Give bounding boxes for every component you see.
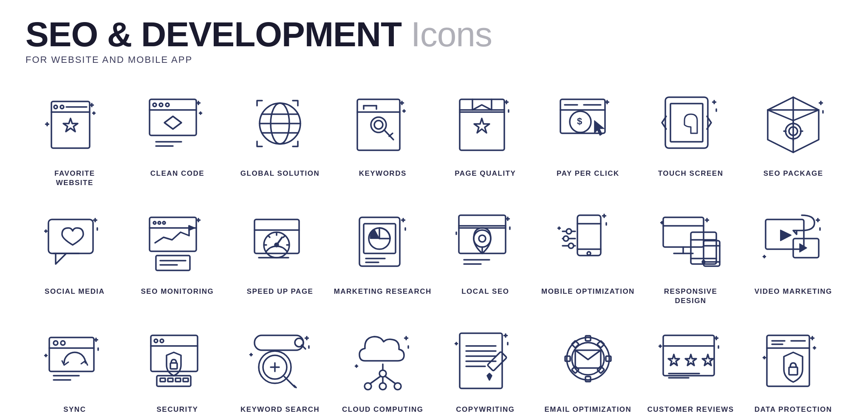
icon-cell-marketing-research: MARKETING RESEARCH: [334, 200, 432, 306]
svg-rect-90: [156, 256, 190, 270]
pay-per-click-label: PAY PER CLICK: [557, 169, 619, 178]
svg-rect-59: [670, 104, 703, 142]
keyword-search-label: KEYWORD SEARCH: [240, 405, 319, 414]
social-media-icon: [34, 200, 115, 281]
keywords-label: KEYWORDS: [359, 169, 407, 178]
clean-code-label: CLEAN CODE: [150, 169, 204, 178]
seo-package-label: SEO PACKAGE: [763, 169, 823, 178]
social-media-label: SOCIAL MEDIA: [45, 287, 105, 296]
svg-marker-243: [702, 354, 713, 365]
svg-point-136: [563, 236, 568, 241]
customer-reviews-label: CUSTOMER REVIEWS: [647, 405, 734, 414]
svg-point-14: [153, 103, 156, 107]
icon-cell-speed-up-page: SPEED UP PAGE: [231, 200, 329, 306]
icon-cell-mobile-optimization: MOBILE OPTIMIZATION: [539, 200, 637, 306]
svg-line-207: [370, 376, 381, 384]
icon-cell-security: SECURITY: [128, 318, 227, 414]
svg-marker-222: [487, 374, 492, 380]
sync-label: SYNC: [63, 405, 86, 414]
svg-point-87: [163, 222, 165, 224]
icon-cell-video-marketing: VIDEO MARKETING: [744, 200, 843, 306]
touch-screen-icon: [650, 82, 731, 163]
icons-grid: FAVORITEWEBSITE CLEAN CODE: [25, 82, 843, 414]
svg-rect-167: [49, 337, 94, 371]
seo-package-icon: [753, 82, 834, 163]
svg-point-131: [587, 252, 591, 255]
svg-point-85: [153, 222, 156, 224]
email-optimization-icon: [548, 318, 628, 399]
svg-rect-231: [585, 377, 591, 382]
svg-rect-184: [160, 378, 165, 382]
svg-point-119: [474, 230, 491, 247]
icon-cell-keyword-search: KEYWORD SEARCH: [231, 318, 329, 414]
svg-line-209: [385, 376, 396, 384]
svg-rect-233: [606, 356, 611, 361]
global-solution-label: GLOBAL SOLUTION: [240, 169, 320, 178]
seo-monitoring-icon: [137, 200, 218, 281]
pay-per-click-icon: $: [548, 82, 628, 163]
copywriting-icon: [445, 318, 526, 399]
mobile-optimization-icon: [548, 200, 628, 281]
data-protection-icon: [753, 318, 834, 399]
icon-cell-customer-reviews: CUSTOMER REVIEWS: [642, 318, 740, 414]
svg-text:$: $: [577, 116, 582, 126]
svg-rect-185: [168, 378, 173, 382]
svg-rect-76: [48, 219, 93, 253]
title-light: Icons: [411, 15, 492, 53]
subtitle: FOR WEBSITE AND MOBILE APP: [25, 54, 843, 65]
svg-point-4: [60, 105, 64, 109]
video-marketing-icon: [753, 200, 834, 281]
icon-cell-email-optimization: EMAIL OPTIMIZATION: [539, 318, 637, 414]
data-protection-label: DATA PROTECTION: [755, 405, 832, 414]
icon-cell-sync: SYNC: [25, 318, 124, 414]
svg-point-137: [568, 243, 574, 248]
svg-rect-186: [175, 378, 181, 382]
seo-monitoring-label: SEO MONITORING: [141, 287, 214, 296]
responsive-design-label: RESPONSIVEDESIGN: [664, 287, 718, 306]
favorite-website-icon: [34, 82, 115, 163]
icon-cell-local-seo: LOCAL SEO: [436, 200, 535, 306]
security-icon: [137, 318, 218, 399]
svg-line-101: [268, 236, 270, 237]
icon-cell-cloud-computing: CLOUD COMPUTING: [334, 318, 432, 414]
svg-line-103: [283, 236, 285, 237]
icon-cell-keywords: KEYWORDS: [334, 82, 432, 188]
svg-line-193: [284, 377, 295, 387]
svg-point-15: [159, 103, 163, 107]
customer-reviews-icon: [650, 318, 731, 399]
svg-point-16: [166, 103, 169, 107]
svg-rect-230: [585, 336, 591, 341]
svg-point-170: [61, 341, 65, 345]
icon-cell-seo-package: SEO PACKAGE: [744, 82, 843, 188]
sync-icon: [34, 318, 115, 399]
svg-rect-58: [665, 97, 708, 148]
svg-rect-221: [487, 352, 507, 371]
svg-point-120: [479, 235, 486, 242]
icon-cell-copywriting: COPYWRITING: [436, 318, 535, 414]
security-label: SECURITY: [156, 405, 198, 414]
icon-cell-data-protection: DATA PROTECTION: [744, 318, 843, 414]
icon-cell-clean-code: CLEAN CODE: [128, 82, 227, 188]
keyword-search-icon: [240, 318, 320, 399]
speed-up-page-label: SPEED UP PAGE: [247, 287, 314, 296]
responsive-design-icon: [650, 200, 731, 281]
svg-rect-253: [789, 367, 797, 375]
svg-point-181: [160, 339, 164, 343]
page-quality-label: PAGE QUALITY: [455, 169, 516, 178]
svg-point-169: [54, 341, 58, 345]
svg-line-66: [793, 110, 819, 121]
touch-screen-label: TOUCH SCREEN: [658, 169, 724, 178]
icon-cell-global-solution: GLOBAL SOLUTION: [231, 82, 329, 188]
svg-rect-188: [254, 335, 303, 350]
local-seo-label: LOCAL SEO: [461, 287, 509, 296]
svg-point-86: [158, 222, 161, 224]
email-optimization-label: EMAIL OPTIMIZATION: [545, 405, 632, 414]
icon-cell-social-media: SOCIAL MEDIA: [25, 200, 124, 306]
svg-point-99: [275, 243, 278, 247]
marketing-research-icon: [342, 200, 423, 281]
page-header: SEO & DEVELOPMENT Icons FOR WEBSITE AND …: [25, 17, 843, 65]
icon-cell-pay-per-click: $ PAY PER CLICK: [539, 82, 637, 188]
icon-cell-touch-screen: TOUCH SCREEN: [642, 82, 740, 188]
icon-cell-favorite-website: FAVORITEWEBSITE: [25, 82, 124, 188]
speed-up-page-icon: [240, 200, 320, 281]
